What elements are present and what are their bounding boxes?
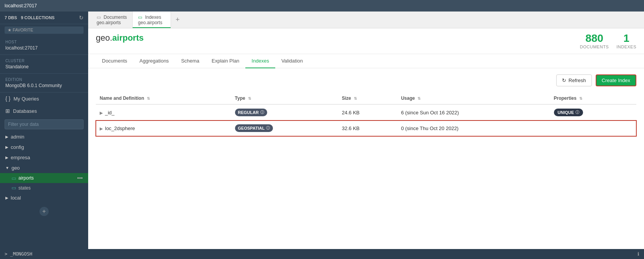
sidebar-item-databases[interactable]: ⊞ Databases (0, 105, 88, 117)
table-header-row: Name and Definition ⇅ Type ⇅ Size ⇅ Usag… (96, 92, 636, 104)
collection-name-airports: airports (18, 175, 34, 181)
type-badge: GEOSPATIAL ⓘ (235, 124, 273, 132)
tab-documents[interactable]: ▭ Documents geo.airports (91, 12, 133, 28)
sidebar-item-my-queries[interactable]: { } My Queries (0, 92, 88, 105)
collection-item-states[interactable]: ▭ states (0, 183, 88, 193)
cell-type: GEOSPATIAL ⓘ (231, 120, 338, 136)
bottom-bar: > _MONGOSH ℹ (0, 249, 644, 259)
sub-tab-indexes[interactable]: Indexes (245, 54, 275, 68)
bottom-icons: ℹ (637, 251, 639, 257)
expand-button[interactable]: ▶ (100, 126, 103, 131)
cell-size: 32.6 KB (338, 120, 397, 136)
edition-section: EDITION MongoDB 6.0.1 Community (0, 74, 88, 92)
tab-documents-collection: geo.airports (97, 20, 127, 25)
cell-size: 24.6 KB (338, 104, 397, 120)
sort-icon-props[interactable]: ⇅ (579, 96, 582, 101)
mongosh-label[interactable]: > _MONGOSH (5, 251, 32, 257)
dbs-info: 7 DBS 9 COLLECTIONS (5, 15, 54, 20)
databases-label: Databases (13, 108, 37, 114)
top-bar: localhost:27017 (0, 0, 644, 12)
tabs-bar: ▭ Documents geo.airports ▭ Indexes geo.a… (88, 12, 644, 28)
table-row[interactable]: ▶_id_REGULAR ⓘ24.6 KB6 (since Sun Oct 16… (96, 104, 636, 120)
sort-icon-size[interactable]: ⇅ (354, 96, 357, 101)
info-icon[interactable]: ⓘ (266, 125, 270, 131)
sort-icon-usage[interactable]: ⇅ (417, 96, 421, 101)
cell-name: ▶_id_ (96, 104, 231, 120)
index-area: ↻ Refresh Create Index Name and Definiti… (88, 68, 644, 249)
col-type: Type ⇅ (231, 92, 338, 104)
tab-documents-path: Documents (104, 15, 127, 20)
refresh-button[interactable]: ↻ Refresh (556, 74, 592, 86)
arrow-icon: ▶ (5, 155, 8, 160)
cell-properties (550, 120, 636, 136)
databases-icon: ⊞ (5, 108, 10, 114)
create-index-button[interactable]: Create Index (596, 74, 636, 86)
sub-tab-aggregations[interactable]: Aggregations (133, 54, 175, 68)
col-properties: Properties ⇅ (550, 92, 636, 104)
filter-input[interactable] (5, 119, 84, 129)
cluster-section-value: Standalone (0, 64, 88, 72)
toolbar: ↻ Refresh Create Index (96, 74, 636, 86)
info-icon[interactable]: ⓘ (575, 110, 579, 115)
expand-button[interactable]: ▶ (100, 111, 103, 115)
cluster-section-label: CLUSTER (0, 56, 88, 64)
host-section: HOST localhost:27017 (0, 36, 88, 55)
table-row[interactable]: ▶loc_2dsphereGEOSPATIAL ⓘ32.6 KB0 (since… (96, 120, 636, 136)
collections-count: 9 COLLECTIONS (21, 15, 54, 20)
title-prefix: geo. (96, 33, 112, 43)
type-badge: REGULAR ⓘ (235, 109, 267, 116)
sort-icon-type[interactable]: ⇅ (248, 96, 251, 101)
arrow-icon: ▶ (5, 196, 8, 200)
add-database-button[interactable]: + (39, 207, 49, 216)
tab-add-button[interactable]: + (171, 12, 184, 28)
cell-usage: 6 (since Sun Oct 16 2022) (397, 104, 550, 120)
db-name-config: config (11, 144, 24, 150)
collection-name-states: states (18, 185, 31, 191)
db-name-geo: geo (12, 165, 20, 171)
collection-item-airports[interactable]: ▭ airports ••• (0, 173, 88, 183)
col-size: Size ⇅ (338, 92, 397, 104)
collection-title: geo.airports (96, 33, 144, 48)
right-panel: ▭ Documents geo.airports ▭ Indexes geo.a… (88, 12, 644, 249)
tab-indexes-icon: ▭ (138, 15, 142, 20)
db-item-config[interactable]: ▶ config (0, 142, 88, 152)
sidebar-refresh-icon[interactable]: ↻ (79, 15, 84, 21)
title-suffix: airports (112, 33, 144, 43)
sub-tab-documents[interactable]: Documents (96, 54, 133, 68)
db-item-geo[interactable]: ▼ geo (0, 163, 88, 173)
more-options-button[interactable]: ••• (77, 175, 83, 181)
db-item-local[interactable]: ▶ local (0, 193, 88, 203)
dbs-count: 7 DBS (5, 15, 17, 20)
sidebar-filter-area (0, 117, 88, 132)
sub-tab-schema[interactable]: Schema (175, 54, 205, 68)
sub-tab-validation[interactable]: Validation (275, 54, 309, 68)
stat-documents: 880 DOCUMENTS (580, 33, 609, 49)
refresh-icon: ↻ (562, 78, 566, 83)
sort-icon-name[interactable]: ⇅ (147, 96, 150, 101)
cluster-section: CLUSTER Standalone (0, 55, 88, 74)
db-item-admin[interactable]: ▶ admin (0, 132, 88, 142)
arrow-icon: ▶ (5, 145, 8, 149)
indexes-table: Name and Definition ⇅ Type ⇅ Size ⇅ Usag… (96, 92, 636, 136)
edition-section-value: MongoDB 6.0.1 Community (0, 82, 88, 91)
tab-documents-icon: ▭ (97, 15, 101, 20)
cell-type: REGULAR ⓘ (231, 104, 338, 120)
property-badge: UNIQUE ⓘ (554, 109, 583, 116)
db-item-empresa[interactable]: ▶ empresa (0, 152, 88, 163)
tab-indexes-collection: geo.airports (138, 20, 165, 25)
main-layout: 7 DBS 9 COLLECTIONS ↻ ★ FAVORITE HOST lo… (0, 12, 644, 249)
table-body: ▶_id_REGULAR ⓘ24.6 KB6 (since Sun Oct 16… (96, 104, 636, 136)
db-name-empresa: empresa (11, 155, 30, 160)
favorite-button[interactable]: ★ FAVORITE (5, 26, 84, 34)
host-section-label: HOST (0, 38, 88, 45)
collection-stats: 880 DOCUMENTS 1 INDEXES (580, 33, 636, 54)
tab-indexes[interactable]: ▭ Indexes geo.airports (133, 12, 171, 28)
info-icon[interactable]: ℹ (637, 251, 639, 257)
info-icon[interactable]: ⓘ (260, 110, 264, 115)
col-usage: Usage ⇅ (397, 92, 550, 104)
sub-tab-explain-plan[interactable]: Explain Plan (205, 54, 245, 68)
cell-name: ▶loc_2dsphere (96, 120, 231, 136)
content-area: geo.airports 880 DOCUMENTS 1 INDEXES Doc… (88, 28, 644, 249)
content-header: geo.airports 880 DOCUMENTS 1 INDEXES (88, 28, 644, 54)
col-name: Name and Definition ⇅ (96, 92, 231, 104)
